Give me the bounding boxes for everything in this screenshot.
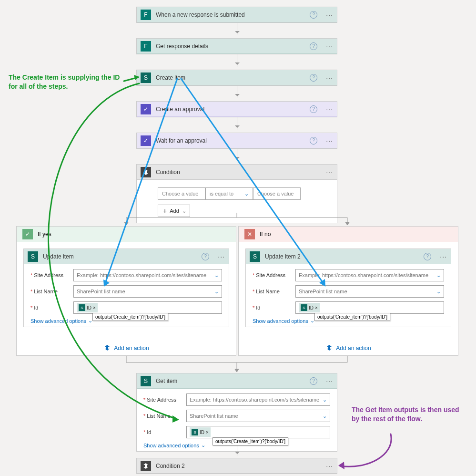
create-approval-step[interactable]: ✓ Create an approval ? ···	[137, 102, 337, 117]
condition-2-step[interactable]: Condition 2 ···	[137, 458, 337, 474]
connector-arrow	[237, 149, 237, 161]
approval-icon: ✓	[141, 104, 151, 114]
list-name-field[interactable]: SharePoint list name⌄	[295, 285, 444, 298]
sharepoint-icon: S	[28, 251, 38, 262]
help-icon[interactable]: ?	[310, 11, 317, 19]
svg-marker-15	[338, 462, 344, 469]
if-yes-header: ✓ If yes	[17, 227, 236, 242]
more-icon[interactable]: ···	[326, 462, 333, 470]
condition-title: Condition	[156, 169, 321, 176]
wait-approval-title: Wait for an approval	[156, 137, 305, 144]
if-no-label: If no	[260, 231, 271, 238]
condition-step[interactable]: Condition ···	[137, 165, 337, 180]
id-label: Id	[143, 429, 186, 435]
site-address-label: Site Address	[253, 272, 295, 278]
svg-marker-4	[124, 222, 128, 225]
help-icon[interactable]: ?	[310, 42, 317, 50]
id-field[interactable]: SID×	[295, 301, 444, 314]
get-response-step[interactable]: F Get response details ? ···	[137, 39, 337, 54]
site-address-label: Site Address	[143, 397, 186, 403]
condition-add-button[interactable]: +Add⌄	[158, 205, 190, 217]
site-address-field[interactable]: Example: https://contoso.sharepoint.com/…	[73, 269, 222, 281]
svg-marker-5	[345, 222, 349, 225]
forms-icon: F	[141, 41, 151, 52]
annotation-create-item: The Create Item is supplying the ID for …	[9, 73, 128, 91]
trigger-title: When a new response is submitted	[156, 11, 305, 18]
wait-approval-step[interactable]: ✓ Wait for an approval ? ···	[137, 133, 337, 148]
more-icon[interactable]: ···	[326, 11, 333, 19]
help-icon[interactable]: ?	[310, 137, 317, 145]
annotation-get-item: The Get Item outputs is then used by the…	[352, 405, 466, 424]
update-item-2-title: Update item 2	[265, 253, 419, 260]
chevron-down-icon: ⌄	[436, 272, 441, 279]
chevron-down-icon: ⌄	[323, 397, 327, 403]
more-icon[interactable]: ···	[326, 137, 333, 145]
condition-icon	[141, 461, 151, 471]
update-item-title: Update item	[43, 253, 197, 260]
connector-arrow	[237, 23, 237, 35]
list-name-field[interactable]: SharePoint list name⌄	[186, 410, 330, 422]
id-token[interactable]: SID×	[299, 303, 320, 312]
condition-2-title: Condition 2	[156, 463, 321, 469]
id-token[interactable]: SID×	[77, 303, 98, 312]
trigger-step[interactable]: F When a new response is submitted ? ···	[137, 7, 337, 22]
condition-value1[interactable]: Choose a value	[158, 187, 205, 200]
condition-icon	[141, 167, 151, 177]
more-icon[interactable]: ···	[326, 74, 333, 82]
more-icon[interactable]: ···	[326, 105, 333, 113]
condition-operator[interactable]: is equal to⌄	[205, 187, 253, 200]
sharepoint-icon: S	[250, 251, 260, 262]
if-no-header: ✕ If no	[239, 227, 458, 242]
add-action-button[interactable]: Add an action	[239, 344, 458, 352]
help-icon[interactable]: ?	[202, 253, 209, 260]
add-action-button[interactable]: Add an action	[17, 344, 236, 352]
id-field[interactable]: SID×	[186, 426, 330, 438]
flow-canvas: { "annotations": { "left_top": "The Crea…	[0, 0, 476, 476]
id-token[interactable]: SID×	[190, 427, 211, 437]
connector-arrow	[237, 86, 237, 98]
list-name-label: List Name	[253, 289, 295, 294]
create-item-title: Create item	[156, 74, 305, 81]
id-tooltip: outputs('Create_item')?['body/ID']	[213, 437, 288, 445]
sharepoint-icon: S	[141, 72, 151, 83]
more-icon[interactable]: ···	[440, 253, 447, 260]
condition-row: Choose a value is equal to⌄ Choose a val…	[158, 187, 316, 200]
get-item-title: Get item	[156, 378, 305, 384]
id-tooltip: outputs('Create_item')?['body/ID']	[314, 313, 390, 321]
forms-icon: F	[141, 10, 151, 20]
if-yes-label: If yes	[38, 231, 51, 238]
approval-icon: ✓	[141, 135, 151, 146]
condition-value2[interactable]: Choose a value	[253, 187, 301, 200]
check-icon: ✓	[22, 229, 33, 239]
more-icon[interactable]: ···	[326, 42, 333, 50]
help-icon[interactable]: ?	[310, 377, 317, 385]
connector-arrow	[237, 54, 237, 67]
id-tooltip: outputs('Create_item')?['body/ID']	[92, 313, 168, 321]
svg-marker-10	[235, 369, 239, 372]
more-icon[interactable]: ···	[326, 377, 333, 385]
list-name-field[interactable]: SharePoint list name⌄	[73, 285, 222, 298]
sharepoint-icon: S	[141, 376, 151, 386]
update-item-2-step[interactable]: S Update item 2 ? ···	[246, 249, 451, 264]
chevron-down-icon: ⌄	[214, 272, 219, 279]
help-icon[interactable]: ?	[310, 74, 317, 82]
help-icon[interactable]: ?	[310, 105, 317, 113]
more-icon[interactable]: ···	[326, 168, 333, 176]
chevron-down-icon: ⌄	[323, 413, 327, 419]
id-label: Id	[30, 305, 73, 310]
list-name-label: List Name	[30, 289, 73, 294]
more-icon[interactable]: ···	[218, 253, 225, 260]
help-icon[interactable]: ?	[424, 253, 431, 260]
list-name-label: List Name	[143, 413, 186, 419]
id-field[interactable]: SID×	[73, 301, 222, 314]
close-icon: ✕	[244, 229, 255, 239]
site-address-field[interactable]: Example: https://contoso.sharepoint.com/…	[186, 393, 330, 406]
chevron-down-icon: ⌄	[436, 289, 441, 295]
create-approval-title: Create an approval	[156, 106, 305, 113]
site-address-label: Site Address	[30, 272, 73, 278]
get-item-step[interactable]: S Get item ? ···	[137, 373, 337, 389]
update-item-step[interactable]: S Update item ? ···	[24, 249, 229, 264]
connector-arrow	[237, 445, 237, 456]
site-address-field[interactable]: Example: https://contoso.sharepoint.com/…	[295, 269, 444, 281]
create-item-step[interactable]: S Create item ? ···	[137, 70, 337, 85]
